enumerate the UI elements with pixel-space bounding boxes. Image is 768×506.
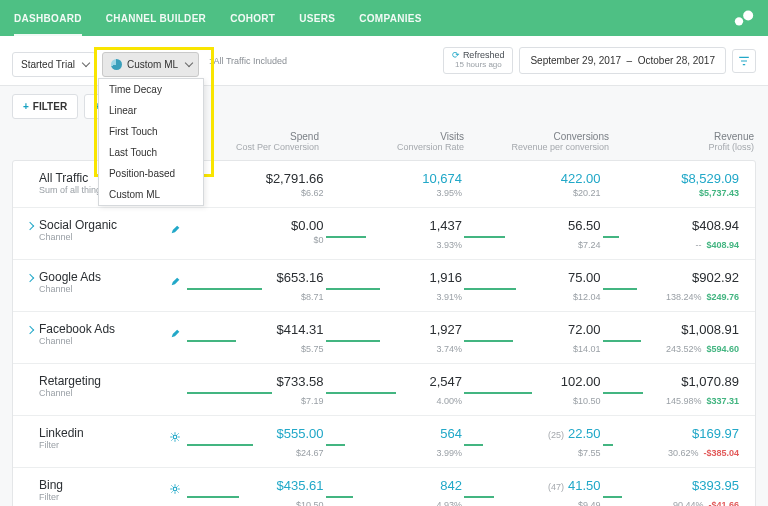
cell-value: 1,927: [429, 322, 462, 337]
cell-value: $414.31: [277, 322, 324, 337]
row-subtitle: Channel: [39, 388, 101, 398]
cell-value: 1,916: [429, 270, 462, 285]
cell-value: $555.00: [277, 426, 324, 441]
cell-sub: $7.55: [464, 448, 601, 458]
cell-value: 2,547: [429, 374, 462, 389]
model-option[interactable]: Last Touch: [99, 142, 203, 163]
attribution-model-menu[interactable]: Time DecayLinearFirst TouchLast TouchPos…: [98, 78, 204, 206]
svg-point-1: [743, 11, 753, 21]
table-row: Social OrganicChannel$0.00$01,4373.93%56…: [13, 207, 755, 259]
nav-tab-dashboard[interactable]: DASHBOARD: [14, 1, 82, 36]
cell-value: $2,791.66: [266, 171, 324, 186]
date-range-picker[interactable]: September 29, 2017 – October 28, 2017: [519, 47, 726, 74]
cell-sub: 90.44% -$41.66: [603, 500, 740, 506]
svg-point-3: [173, 487, 177, 491]
data-table: All TrafficSum of all things$2,791.66$6.…: [12, 160, 756, 506]
cell-sub: $7.24: [464, 240, 601, 250]
chevron-down-icon: [82, 59, 90, 67]
cell-value: $653.16: [277, 270, 324, 285]
row-title: Social Organic: [39, 218, 117, 232]
model-option[interactable]: First Touch: [99, 121, 203, 142]
traffic-note: : All Traffic Included: [209, 56, 287, 66]
cell-value: 75.00: [568, 270, 601, 285]
row-subtitle: Filter: [39, 492, 63, 502]
cell-value: $1,008.91: [681, 322, 739, 337]
cell-sub: $5,737.43: [603, 188, 740, 198]
cell-value: $733.58: [277, 374, 324, 389]
cell-value: $902.92: [692, 270, 739, 285]
nav-tab-users[interactable]: USERS: [299, 1, 335, 36]
add-filter-button[interactable]: +FILTER: [12, 94, 78, 119]
cell-sub: 243.52% $594.60: [603, 344, 740, 354]
row-subtitle: Channel: [39, 336, 115, 346]
nav-tab-companies[interactable]: COMPANIES: [359, 1, 422, 36]
chevron-down-icon: [185, 59, 193, 67]
cell-sub: $20.21: [464, 188, 601, 198]
row-title: Bing: [39, 478, 63, 492]
cell-value: 22.50: [568, 426, 601, 441]
cell-sub: $9.49: [464, 500, 601, 506]
table-row: BingFilter$435.61$10.508424.93%(47)41.50…: [13, 467, 755, 506]
gear-icon[interactable]: [169, 431, 181, 445]
cell-sub: 4.00%: [326, 396, 463, 406]
cell-sub: $7.19: [187, 396, 324, 406]
model-option[interactable]: Position-based: [99, 163, 203, 184]
cell-value: 10,674: [422, 171, 462, 186]
cell-value: $8,529.09: [681, 171, 739, 186]
svg-point-0: [735, 17, 743, 25]
cell-sub: 30.62% -$385.04: [603, 448, 740, 458]
cell-value: $1,070.89: [681, 374, 739, 389]
pencil-icon[interactable]: [170, 276, 181, 289]
expand-icon[interactable]: [26, 222, 34, 230]
cell-value: 842: [440, 478, 462, 493]
cell-sub: 3.95%: [326, 188, 463, 198]
row-subtitle: Sum of all things: [39, 185, 106, 195]
model-option[interactable]: Linear: [99, 100, 203, 121]
pencil-icon[interactable]: [170, 224, 181, 237]
table-row: Facebook AdsChannel$414.31$5.751,9273.74…: [13, 311, 755, 363]
row-title: All Traffic: [39, 171, 106, 185]
cell-sub: $24.67: [187, 448, 324, 458]
cell-value: $435.61: [277, 478, 324, 493]
cell-sub: 4.93%: [326, 500, 463, 506]
model-option[interactable]: Custom ML: [99, 184, 203, 205]
cell-value: 72.00: [568, 322, 601, 337]
cell-sub: 3.99%: [326, 448, 463, 458]
nav-tab-cohort[interactable]: COHORT: [230, 1, 275, 36]
table-row: Google AdsChannel$653.16$8.711,9163.91%7…: [13, 259, 755, 311]
cell-sub: 145.98% $337.31: [603, 396, 740, 406]
cell-value: $0.00: [291, 218, 324, 233]
cell-sub: -- $408.94: [603, 240, 740, 250]
cell-value: 102.00: [561, 374, 601, 389]
conversion-event-dropdown[interactable]: Started Trial: [12, 52, 96, 77]
cell-sub: $14.01: [464, 344, 601, 354]
expand-icon[interactable]: [26, 274, 34, 282]
cell-value: 1,437: [429, 218, 462, 233]
gear-icon[interactable]: [169, 483, 181, 497]
row-subtitle: Channel: [39, 284, 101, 294]
model-option[interactable]: Time Decay: [99, 79, 203, 100]
app-logo: [734, 8, 754, 28]
row-title: Google Ads: [39, 270, 101, 284]
cell-value: 41.50: [568, 478, 601, 493]
pencil-icon[interactable]: [170, 328, 181, 341]
settings-filter-icon[interactable]: [732, 49, 756, 73]
row-subtitle: Channel: [39, 232, 117, 242]
cell-sub: $10.50: [187, 500, 324, 506]
top-nav: DASHBOARDCHANNEL BUILDERCOHORTUSERSCOMPA…: [0, 0, 768, 36]
nav-tab-channel-builder[interactable]: CHANNEL BUILDER: [106, 1, 206, 36]
table-row: RetargetingChannel$733.58$7.192,5474.00%…: [13, 363, 755, 415]
refresh-button[interactable]: ⟳ Refreshed 15 hours ago: [443, 47, 513, 74]
cell-sub: 3.91%: [326, 292, 463, 302]
row-title: Linkedin: [39, 426, 84, 440]
expand-icon[interactable]: [26, 326, 34, 334]
cell-sub: $12.04: [464, 292, 601, 302]
row-subtitle: Filter: [39, 440, 84, 450]
attribution-model-dropdown[interactable]: Custom ML: [102, 52, 199, 77]
cell-sub: $0: [187, 235, 324, 245]
cell-value: 422.00: [561, 171, 601, 186]
cell-value: 564: [440, 426, 462, 441]
cell-sub: $10.50: [464, 396, 601, 406]
cell-sub: $6.62: [187, 188, 324, 198]
cell-value: $408.94: [692, 218, 739, 233]
